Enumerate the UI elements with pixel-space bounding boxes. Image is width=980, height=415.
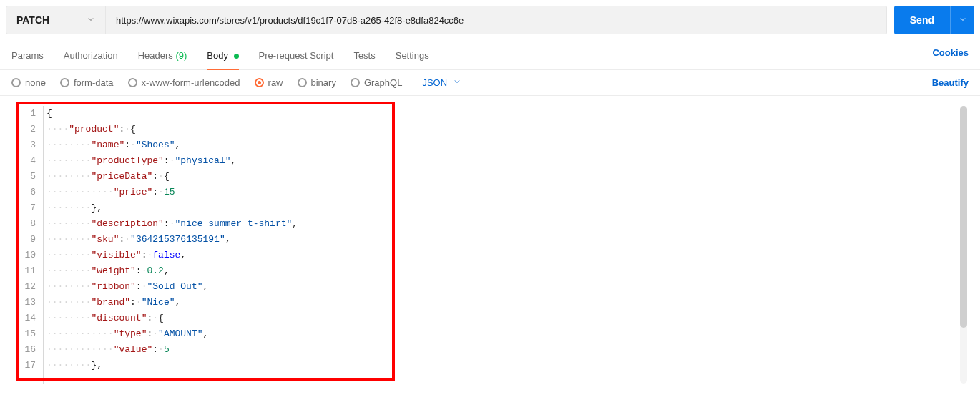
send-more-button[interactable] [950, 6, 974, 34]
radio-icon [255, 78, 264, 87]
tab-authorization[interactable]: Authorization [64, 44, 118, 69]
line-gutter: 1234567891011121314151617 [11, 102, 43, 388]
body-radio-none[interactable]: none [11, 77, 46, 88]
radio-icon [351, 78, 360, 87]
tab-prerequest[interactable]: Pre-request Script [259, 44, 334, 69]
body-radio-raw[interactable]: raw [255, 77, 283, 88]
scroll-thumb[interactable] [960, 106, 967, 328]
body-radio-form-data[interactable]: form-data [60, 77, 114, 88]
beautify-link[interactable]: Beautify [932, 77, 969, 88]
vertical-scrollbar[interactable] [960, 106, 967, 384]
send-button[interactable]: Send [894, 6, 950, 34]
tab-headers[interactable]: Headers (9) [138, 44, 187, 69]
radio-icon [11, 78, 21, 87]
url-input[interactable] [106, 6, 887, 34]
cookies-link[interactable]: Cookies [932, 47, 969, 67]
radio-icon [298, 78, 307, 87]
raw-type-label: JSON [422, 77, 447, 88]
body-radio-graphql[interactable]: GraphQL [351, 77, 402, 88]
raw-type-select[interactable]: JSON [422, 77, 461, 88]
body-radio-binary[interactable]: binary [298, 77, 336, 88]
body-radio-urlencoded[interactable]: x-www-form-urlencoded [128, 77, 240, 88]
chevron-down-icon [87, 14, 95, 26]
radio-icon [60, 78, 69, 87]
body-type-row: none form-data x-www-form-urlencoded raw… [0, 70, 980, 96]
chevron-down-icon [959, 15, 967, 26]
code-lines[interactable]: {····"product":·{········"name":·"Shoes"… [44, 102, 298, 388]
request-tabs: Params Authorization Headers (9) Body Pr… [0, 40, 980, 70]
http-method-select[interactable]: PATCH [6, 6, 106, 34]
tab-settings[interactable]: Settings [396, 44, 429, 69]
tab-params[interactable]: Params [11, 44, 44, 69]
tab-headers-label: Headers [138, 50, 173, 61]
http-method-label: PATCH [16, 14, 49, 26]
modified-dot-icon [234, 54, 239, 59]
code-editor[interactable]: 1234567891011121314151617 {····"product"… [11, 102, 969, 388]
tab-tests[interactable]: Tests [353, 44, 375, 69]
tab-body[interactable]: Body [207, 44, 238, 69]
tab-body-label: Body [207, 50, 228, 61]
tab-headers-count: (9) [175, 50, 187, 61]
chevron-down-icon [453, 77, 461, 88]
radio-icon [128, 78, 137, 87]
